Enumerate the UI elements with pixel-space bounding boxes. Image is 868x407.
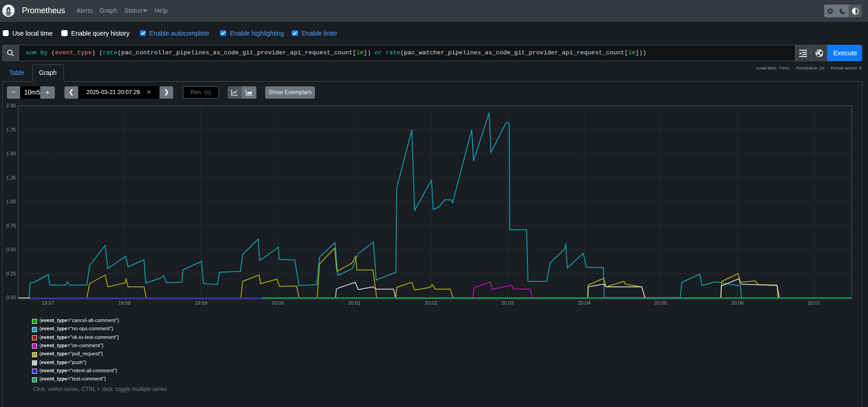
- svg-text:19:57: 19:57: [42, 300, 54, 306]
- svg-text:20:03: 20:03: [501, 300, 514, 306]
- svg-text:20:04: 20:04: [578, 300, 591, 306]
- svg-text:20:06: 20:06: [731, 300, 744, 306]
- svg-text:1.75: 1.75: [6, 127, 16, 132]
- svg-text:20:01: 20:01: [348, 300, 361, 306]
- svg-text:0.25: 0.25: [6, 271, 16, 276]
- svg-text:0.75: 0.75: [6, 223, 16, 228]
- svg-text:1.00: 1.00: [6, 199, 16, 204]
- svg-text:2.00: 2.00: [6, 103, 16, 108]
- svg-text:20:00: 20:00: [272, 300, 284, 306]
- svg-text:20:07: 20:07: [808, 300, 820, 306]
- svg-text:1.50: 1.50: [6, 151, 16, 156]
- svg-text:20:02: 20:02: [425, 300, 437, 306]
- svg-text:19:58: 19:58: [118, 300, 131, 306]
- svg-text:0.50: 0.50: [6, 247, 16, 252]
- svg-text:1.25: 1.25: [6, 175, 16, 180]
- svg-text:19:59: 19:59: [195, 300, 208, 306]
- svg-text:20:05: 20:05: [655, 300, 667, 306]
- svg-text:0.00: 0.00: [6, 295, 16, 300]
